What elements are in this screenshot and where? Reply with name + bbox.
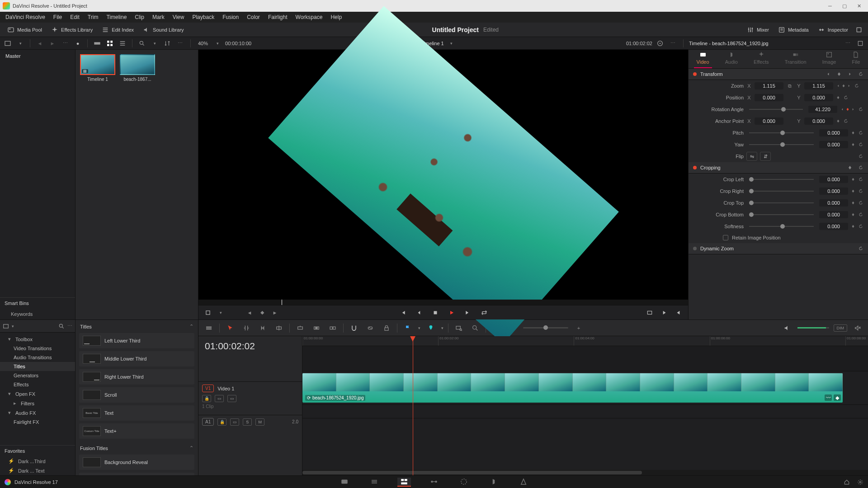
insp-tab-video[interactable]: Video <box>694 49 712 68</box>
auto-select-button[interactable]: ▭ <box>215 395 224 402</box>
kf-nav-prev-icon[interactable] <box>826 71 831 77</box>
kf-nav-next-icon[interactable] <box>847 71 853 77</box>
insp-dynamic-zoom-header[interactable]: Dynamic Zoom <box>689 243 868 254</box>
softness-slider[interactable] <box>749 226 814 227</box>
viewer-more-button[interactable] <box>668 38 678 48</box>
pos-y-field[interactable]: 0.000 <box>804 94 833 101</box>
page-cut[interactable] <box>368 478 381 487</box>
cropl-kf[interactable] <box>851 177 855 182</box>
fullscreen-button[interactable] <box>645 308 655 318</box>
home-button[interactable] <box>844 479 850 485</box>
flip-vertical-button[interactable]: ⇵ <box>760 152 771 161</box>
match-frame-button[interactable] <box>659 308 669 318</box>
menu-davinci[interactable]: DaVinci Resolve <box>2 13 49 21</box>
inspector-expand-button[interactable] <box>855 38 865 48</box>
timeline-view-button[interactable] <box>203 322 215 334</box>
viewer-canvas[interactable] <box>198 50 688 300</box>
pool-item-beach[interactable]: beach-1867... <box>120 54 155 82</box>
tree-fairlight[interactable]: Fairlight FX <box>0 418 75 427</box>
softness-field[interactable]: 0.000 <box>819 223 848 230</box>
pos-reset[interactable] <box>843 95 849 100</box>
page-media[interactable] <box>338 478 351 487</box>
tree-audio-transitions[interactable]: Audio Transitions <box>0 353 75 362</box>
cropb-reset[interactable] <box>858 212 863 217</box>
insp-tab-audio[interactable]: Audio <box>722 49 741 68</box>
lock-track-button[interactable]: 🔒 <box>217 418 226 426</box>
lock-button[interactable] <box>381 322 392 334</box>
reset-icon[interactable] <box>858 165 863 170</box>
expand-inspector-button[interactable] <box>853 24 865 36</box>
viewer-tc-right[interactable]: 01:00:02:02 <box>626 41 652 46</box>
menu-playback[interactable]: Playback <box>189 13 218 21</box>
insp-tab-file[interactable]: File <box>849 49 863 68</box>
fx-more-button[interactable] <box>67 323 72 329</box>
frame-search-button[interactable] <box>453 322 465 334</box>
go-end-button[interactable] <box>463 308 473 318</box>
zoom-kf[interactable] <box>836 84 851 88</box>
selection-tool-button[interactable] <box>224 322 236 334</box>
solo-button[interactable]: S <box>243 418 252 426</box>
titles-category-header[interactable]: Titles⌃ <box>75 320 198 333</box>
bin-view-menu[interactable] <box>15 38 25 48</box>
flip-reset[interactable] <box>858 154 863 159</box>
insp-tab-effects[interactable]: Effects <box>751 49 771 68</box>
bin-view-button[interactable] <box>3 38 13 48</box>
crop-bottom-field[interactable]: 0.000 <box>819 211 848 218</box>
thumb-view-button[interactable] <box>105 38 115 48</box>
lock-track-button[interactable]: 🔒 <box>202 395 211 402</box>
pitch-kf[interactable] <box>851 131 855 135</box>
rot-kf[interactable] <box>840 107 855 112</box>
next-edit-button[interactable]: ► <box>270 308 280 318</box>
playhead[interactable] <box>413 336 413 475</box>
metadata-button[interactable]: Metadata <box>774 24 813 36</box>
prev-edit-button[interactable]: ◄ <box>245 308 255 318</box>
timeline-zoom-slider[interactable] <box>523 327 568 328</box>
menu-edit[interactable]: Edit <box>66 13 83 21</box>
minimize-button[interactable]: ─ <box>824 2 836 10</box>
match-frame-rev-button[interactable] <box>674 308 684 318</box>
timeline-search-button[interactable] <box>469 322 481 334</box>
prev-frame-button[interactable] <box>414 308 424 318</box>
title-item-scroll[interactable]: Scroll <box>79 387 194 403</box>
transform-overlay-menu[interactable] <box>216 308 226 318</box>
soft-reset[interactable] <box>858 224 863 229</box>
bin-master[interactable]: Master <box>0 50 75 62</box>
reset-icon[interactable] <box>858 71 863 77</box>
zoom-reset[interactable] <box>854 83 859 89</box>
title-item-right-lower-third[interactable]: Right Lower Third <box>79 369 194 385</box>
gang-button[interactable] <box>655 38 665 48</box>
cropr-kf[interactable] <box>851 189 855 193</box>
fx-panel-layout-menu[interactable] <box>12 324 14 328</box>
zoom-in-button[interactable]: + <box>573 322 585 334</box>
marker-menu[interactable] <box>441 326 443 330</box>
favorite-item[interactable]: ⚡Dark ...Third <box>0 456 75 466</box>
menu-trim[interactable]: Trim <box>84 13 102 21</box>
insp-tab-transition[interactable]: Transition <box>782 49 809 68</box>
media-pool-button[interactable]: Media Pool <box>3 24 47 36</box>
fx-search-button[interactable] <box>58 323 65 329</box>
track-header-v1[interactable]: V1Video 1 🔒 ▭ ▭ 1 Clip <box>198 381 302 415</box>
auto-select-button[interactable]: ▭ <box>230 418 239 426</box>
menu-fairlight[interactable]: Fairlight <box>264 13 291 21</box>
volume-slider[interactable] <box>797 327 829 328</box>
menu-fusion[interactable]: Fusion <box>219 13 242 21</box>
marker-button[interactable] <box>425 322 437 334</box>
inspector-button[interactable]: Inspector <box>813 24 853 36</box>
fusion-titles-header[interactable]: Fusion Titles⌃ <box>75 441 198 455</box>
cropl-reset[interactable] <box>858 177 863 182</box>
crop-left-field[interactable]: 0.000 <box>819 176 848 183</box>
tree-generators[interactable]: Generators <box>0 371 75 380</box>
anchor-kf[interactable] <box>836 119 840 123</box>
search-menu[interactable] <box>150 38 160 48</box>
cropt-reset[interactable] <box>858 200 863 206</box>
crop-top-slider[interactable] <box>749 202 814 203</box>
menu-help[interactable]: Help <box>327 13 345 21</box>
stop-button[interactable] <box>430 308 440 318</box>
a1-tag[interactable]: A1 <box>202 418 214 426</box>
rotation-slider[interactable] <box>749 109 803 110</box>
tree-titles[interactable]: Titles <box>0 362 75 371</box>
enable-dot-icon[interactable] <box>693 72 697 76</box>
clip-kf-icon[interactable]: ◆ <box>834 394 841 401</box>
mixer-button[interactable]: Mixer <box>742 24 774 36</box>
insp-tab-image[interactable]: Image <box>820 49 839 68</box>
